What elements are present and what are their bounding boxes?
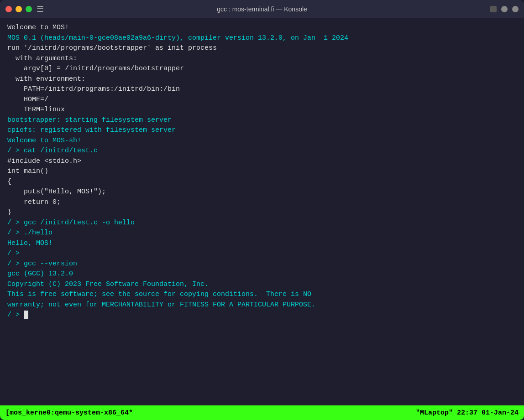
terminal-line: Copyright (C) 2023 Free Software Foundat… [7, 280, 517, 290]
terminal-line: PATH=/initrd/programs:/initrd/bin:/bin [7, 84, 517, 95]
minimize-button[interactable] [16, 6, 22, 12]
settings-icon[interactable] [490, 6, 497, 12]
terminal-line: MOS 0.1 (heads/main-0-gce08ae02a9a6-dirt… [7, 33, 517, 44]
terminal-line: / > cat /initrd/test.c [7, 146, 517, 156]
terminal-line: / > gcc --version [7, 259, 517, 270]
terminal-line: int main() [7, 166, 517, 177]
terminal-window: ☰ gcc : mos-terminal.fi — Konsole Welcom… [0, 0, 524, 420]
terminal-line: { [7, 177, 517, 187]
terminal-line: / > ./hello [7, 228, 517, 239]
terminal-line: puts("Hello, MOS!"); [7, 187, 517, 197]
close-icon[interactable] [501, 6, 508, 12]
terminal-line: / > [7, 310, 517, 321]
terminal-line: This is free software; see the source fo… [7, 290, 517, 300]
terminal-line: Welcome to MOS! [7, 23, 517, 33]
terminal-line: run '/initrd/programs/bootstrapper' as i… [7, 43, 517, 54]
terminal-line: } [7, 207, 517, 218]
status-bar: [mos_kerne0:qemu-system-x86_64* "MLaptop… [0, 405, 524, 420]
terminal-line: bootstrapper: starting filesystem server [7, 115, 517, 126]
terminal-line: with arguments: [7, 54, 517, 64]
statusbar-left: [mos_kerne0:qemu-system-x86_64* [5, 409, 133, 417]
terminal-line: #include <stdio.h> [7, 156, 517, 167]
terminal-line: TERM=linux [7, 105, 517, 115]
terminal-line: Hello, MOS! [7, 239, 517, 249]
statusbar-right: "MLaptop" 22:37 01-Jan-24 [416, 409, 519, 417]
terminal-line: HOME=/ [7, 95, 517, 105]
terminal-line: gcc (GCC) 13.2.0 [7, 269, 517, 280]
window-controls [5, 6, 32, 12]
terminal-line: cpiofs: registered with filesystem serve… [7, 125, 517, 136]
power-icon[interactable] [512, 6, 519, 12]
window-title: gcc : mos-terminal.fi — Konsole [217, 5, 307, 13]
terminal-line: with environment: [7, 74, 517, 85]
terminal-output[interactable]: Welcome to MOS!MOS 0.1 (heads/main-0-gce… [0, 18, 524, 405]
titlebar-actions [490, 6, 519, 12]
terminal-line: Welcome to MOS-sh! [7, 136, 517, 146]
maximize-button[interactable] [26, 6, 32, 12]
terminal-line: warranty; not even for MERCHANTABILITY o… [7, 300, 517, 311]
terminal-cursor [24, 311, 28, 319]
close-button[interactable] [5, 6, 12, 12]
terminal-line: / > [7, 249, 517, 259]
terminal-line: argv[0] = /initrd/programs/bootstrapper [7, 64, 517, 74]
terminal-line: return 0; [7, 197, 517, 208]
terminal-line: / > gcc /initrd/test.c -o hello [7, 218, 517, 228]
titlebar: ☰ gcc : mos-terminal.fi — Konsole [0, 0, 524, 18]
menu-icon[interactable]: ☰ [37, 4, 44, 14]
